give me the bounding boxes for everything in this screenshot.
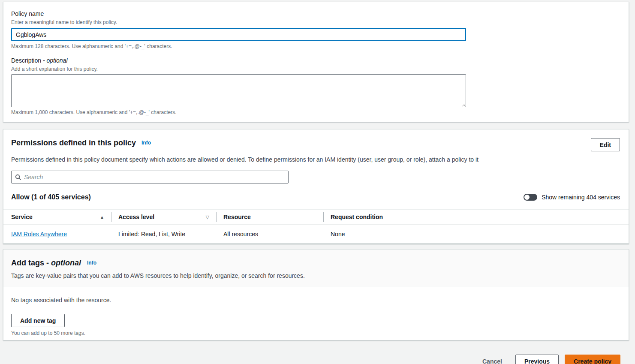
- allow-services-heading: Allow (1 of 405 services): [11, 193, 91, 202]
- tags-description: Tags are key-value pairs that you can ad…: [11, 272, 620, 280]
- no-tags-message: No tags associated with the resource.: [11, 297, 620, 304]
- description-optional-label: - optional: [43, 57, 68, 64]
- cancel-button[interactable]: Cancel: [482, 355, 502, 364]
- tags-optional-label: optional: [51, 259, 81, 267]
- column-header-access-level[interactable]: Access level ▽: [111, 210, 216, 225]
- permissions-info-link[interactable]: Info: [141, 140, 151, 146]
- service-link[interactable]: IAM Roles Anywhere: [11, 231, 67, 238]
- permissions-description: Permissions defined in this policy docum…: [11, 156, 620, 163]
- tags-title: Add tags - optional: [11, 259, 83, 267]
- table-header-row: Service ▲ Access level ▽ Resource: [3, 210, 629, 225]
- column-header-service[interactable]: Service ▲: [3, 210, 111, 225]
- description-constraint: Maximum 1,000 characters. Use alphanumer…: [11, 109, 620, 115]
- show-remaining-toggle-group: Show remaining 404 services: [524, 194, 620, 201]
- create-policy-review-page: Policy name Enter a meaningful name to i…: [0, 0, 635, 364]
- allow-row: Allow (1 of 405 services) Show remaining…: [11, 193, 620, 202]
- access-level-cell: Limited: Read, List, Write: [111, 225, 216, 244]
- permissions-header: Permissions defined in this policy Info …: [3, 129, 629, 163]
- search-icon: [15, 174, 21, 180]
- tags-header: Add tags - optional Info Tags are key-va…: [3, 250, 629, 286]
- description-textarea[interactable]: [11, 74, 466, 107]
- policy-name-help: Enter a meaningful name to identify this…: [11, 19, 620, 25]
- create-policy-button[interactable]: Create policy: [565, 355, 620, 364]
- policy-name-label: Policy name: [11, 10, 620, 17]
- footer-actions: Cancel Previous Create policy: [3, 355, 629, 364]
- sort-descending-outline-icon[interactable]: ▽: [206, 214, 209, 220]
- column-header-resource[interactable]: Resource: [216, 210, 323, 225]
- table-row: IAM Roles Anywhere Limited: Read, List, …: [3, 225, 629, 244]
- previous-button[interactable]: Previous: [515, 355, 559, 364]
- resource-cell: All resources: [216, 225, 323, 244]
- permissions-title: Permissions defined in this policy: [11, 138, 136, 147]
- permissions-search-box[interactable]: [11, 171, 289, 184]
- policy-name-input[interactable]: [11, 28, 466, 41]
- permissions-search-input[interactable]: [21, 174, 285, 180]
- tags-content: No tags associated with the resource. Ad…: [3, 286, 629, 340]
- policy-details-card: Policy name Enter a meaningful name to i…: [3, 2, 629, 122]
- permissions-title-wrap: Permissions defined in this policy Info: [11, 138, 151, 147]
- permissions-content: Allow (1 of 405 services) Show remaining…: [3, 171, 629, 202]
- permissions-table: Service ▲ Access level ▽ Resource: [3, 209, 629, 244]
- add-tags-card: Add tags - optional Info Tags are key-va…: [3, 249, 629, 340]
- service-cell: IAM Roles Anywhere: [3, 225, 111, 244]
- permissions-card: Permissions defined in this policy Info …: [3, 129, 629, 244]
- show-remaining-services-toggle[interactable]: [524, 194, 537, 201]
- policy-name-constraint: Maximum 128 characters. Use alphanumeric…: [11, 43, 620, 49]
- add-new-tag-button[interactable]: Add new tag: [11, 314, 65, 327]
- column-header-request-condition[interactable]: Request condition: [323, 210, 629, 225]
- toggle-knob-icon: [524, 195, 530, 200]
- tags-info-link[interactable]: Info: [87, 260, 96, 266]
- show-remaining-toggle-label: Show remaining 404 services: [542, 194, 620, 201]
- tags-limit-message: You can add up to 50 more tags.: [11, 330, 620, 336]
- description-label: Description - optional: [11, 57, 620, 64]
- sort-ascending-icon[interactable]: ▲: [100, 215, 104, 220]
- request-condition-cell: None: [323, 225, 629, 244]
- description-help: Add a short explanation for this policy.: [11, 66, 620, 72]
- edit-permissions-button[interactable]: Edit: [591, 138, 620, 151]
